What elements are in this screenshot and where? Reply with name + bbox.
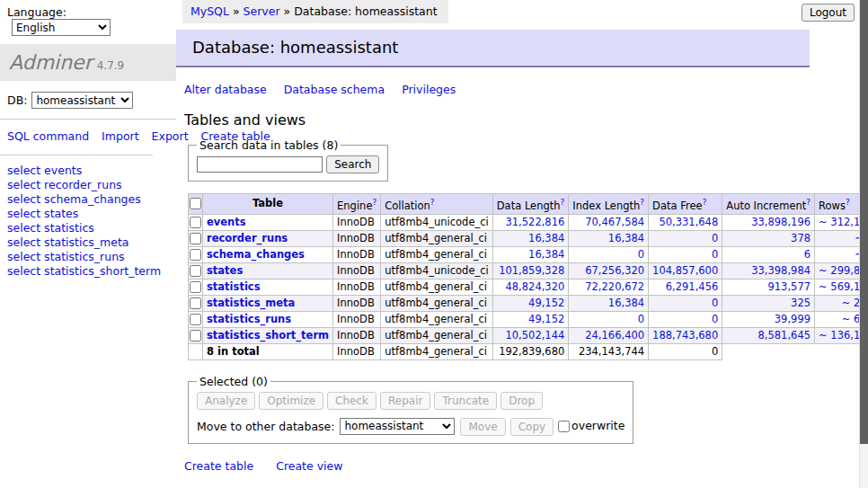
data-free-link[interactable]: 50,331,648 xyxy=(659,216,718,228)
move-button[interactable]: Move xyxy=(460,418,505,436)
sidebar-item-select-table[interactable]: select statistics xyxy=(7,221,94,235)
table-name-link[interactable]: states xyxy=(207,264,243,277)
auto-increment-link[interactable]: 8,581,645 xyxy=(758,329,811,342)
data-free-link[interactable]: 0 xyxy=(712,297,718,309)
auto-increment-cell: 39,999 xyxy=(722,311,815,327)
data-length-link[interactable]: 101,859,328 xyxy=(499,264,564,277)
breadcrumb-link[interactable]: Server xyxy=(244,4,280,18)
engine-cell: InnoDB xyxy=(333,327,381,343)
scrollbar-thumb[interactable] xyxy=(860,0,868,444)
sidebar-item-select-table[interactable]: select statistics_runs xyxy=(7,250,125,263)
sidebar-item-select-table[interactable]: select schema_changes xyxy=(7,192,141,206)
data-length-link[interactable]: 31,522,816 xyxy=(505,216,564,228)
index-length-link[interactable]: 16,384 xyxy=(608,297,644,309)
data-length-link[interactable]: 49,152 xyxy=(528,297,564,309)
index-length-link[interactable]: 16,384 xyxy=(608,232,644,244)
help-link[interactable]: ? xyxy=(846,198,850,207)
overwrite-checkbox[interactable] xyxy=(558,421,570,432)
row-checkbox[interactable] xyxy=(190,314,201,325)
index-length-cell: 24,166,400 xyxy=(569,327,649,343)
row-checkbox[interactable] xyxy=(190,281,201,293)
data-length-link[interactable]: 10,502,144 xyxy=(505,329,564,342)
data-free-link[interactable]: 0 xyxy=(712,248,718,261)
data-length-link[interactable]: 16,384 xyxy=(528,248,564,261)
table-name-link[interactable]: statistics_runs xyxy=(207,313,291,325)
auto-increment-link[interactable]: 378 xyxy=(791,232,810,244)
data-length-link[interactable]: 16,384 xyxy=(528,232,564,244)
table-row: statesInnoDButf8mb4_unicode_ci101,859,32… xyxy=(189,262,868,279)
row-checkbox[interactable] xyxy=(190,265,201,277)
table-name-link[interactable]: schema_changes xyxy=(207,248,305,261)
column-header: Table xyxy=(203,194,333,215)
help-link[interactable]: ? xyxy=(430,198,435,207)
row-checkbox[interactable] xyxy=(190,217,201,228)
sidebar-item-select-table[interactable]: select states xyxy=(7,207,78,220)
select-all-checkbox[interactable] xyxy=(190,198,201,209)
auto-increment-link[interactable]: 33,898,196 xyxy=(751,216,810,228)
data-length-link[interactable]: 48,824,320 xyxy=(505,280,564,293)
help-link[interactable]: ? xyxy=(372,198,376,207)
row-checkbox[interactable] xyxy=(190,330,201,342)
table-name-link[interactable]: events xyxy=(207,216,246,228)
auto-increment-link[interactable]: 913,577 xyxy=(767,280,810,293)
bulk-action-button[interactable]: Analyze xyxy=(197,392,255,410)
sidebar-item-select-table[interactable]: select statistics_short_term xyxy=(7,264,161,278)
database-action-link[interactable]: Database schema xyxy=(284,83,385,96)
table-name-link[interactable]: statistics xyxy=(207,280,261,293)
row-checkbox[interactable] xyxy=(190,233,201,244)
sidebar-item-select-table[interactable]: select events xyxy=(7,164,82,177)
help-link[interactable]: ? xyxy=(640,198,644,207)
search-input[interactable] xyxy=(197,156,323,173)
help-link[interactable]: ? xyxy=(561,198,565,207)
bulk-action-button[interactable]: Optimize xyxy=(259,392,323,410)
column-header: Engine? xyxy=(333,194,381,215)
row-checkbox[interactable] xyxy=(190,249,201,261)
index-length-link[interactable]: 24,166,400 xyxy=(585,329,644,342)
help-link[interactable]: ? xyxy=(806,198,810,207)
table-name-link[interactable]: statistics_meta xyxy=(207,297,295,309)
auto-increment-link[interactable]: 325 xyxy=(791,297,810,309)
copy-button[interactable]: Copy xyxy=(510,418,554,436)
index-length-link[interactable]: 0 xyxy=(638,313,644,325)
move-db-select[interactable]: homeassistant xyxy=(340,418,455,435)
logout-button[interactable]: Logout xyxy=(802,4,855,22)
sidebar-action-link[interactable]: Import xyxy=(102,129,139,143)
create-link[interactable]: Create view xyxy=(276,459,342,473)
database-action-link[interactable]: Alter database xyxy=(184,83,267,96)
create-link[interactable]: Create table xyxy=(184,459,253,473)
search-button[interactable]: Search xyxy=(326,155,379,173)
data-free-cell: 0 xyxy=(649,311,722,327)
auto-increment-link[interactable]: 39,999 xyxy=(775,313,810,325)
data-free-link[interactable]: 104,857,600 xyxy=(652,264,718,277)
data-free-link[interactable]: 6,291,456 xyxy=(666,280,719,293)
bulk-action-button[interactable]: Check xyxy=(327,392,376,410)
data-free-cell: 0 xyxy=(649,295,722,311)
auto-increment-link[interactable]: 33,398,984 xyxy=(751,264,810,277)
database-action-link[interactable]: Privileges xyxy=(402,83,456,96)
bulk-action-button[interactable]: Truncate xyxy=(434,392,497,410)
language-select[interactable]: English xyxy=(12,19,111,36)
help-link[interactable]: ? xyxy=(703,198,707,207)
bulk-action-button[interactable]: Repair xyxy=(380,392,430,410)
sidebar-item-select-table[interactable]: select recorder_runs xyxy=(7,178,122,191)
breadcrumb-link[interactable]: MySQL xyxy=(190,4,229,18)
table-name-link[interactable]: statistics_short_term xyxy=(207,329,329,342)
sidebar-item-select-table[interactable]: select statistics_meta xyxy=(7,235,129,249)
sidebar-action-link[interactable]: SQL command xyxy=(7,129,89,143)
index-length-link[interactable]: 70,467,584 xyxy=(585,216,644,228)
index-length-link[interactable]: 72,220,672 xyxy=(585,280,644,293)
db-select[interactable]: homeassistant xyxy=(31,92,133,109)
collation-cell: utf8mb4_general_ci xyxy=(381,279,493,295)
bulk-action-button[interactable]: Drop xyxy=(500,392,543,410)
table-name-link[interactable]: recorder_runs xyxy=(207,232,288,244)
data-free-link[interactable]: 0 xyxy=(712,232,718,244)
data-length-link[interactable]: 49,152 xyxy=(528,313,564,325)
data-free-link[interactable]: 0 xyxy=(712,313,718,325)
vertical-scrollbar[interactable] xyxy=(859,0,868,488)
index-length-link[interactable]: 0 xyxy=(638,248,644,261)
index-length-link[interactable]: 67,256,320 xyxy=(585,264,644,277)
data-free-link[interactable]: 188,743,680 xyxy=(652,329,718,342)
data-free-cell: 104,857,600 xyxy=(649,262,722,279)
auto-increment-link[interactable]: 6 xyxy=(804,248,810,261)
row-checkbox[interactable] xyxy=(190,297,201,309)
